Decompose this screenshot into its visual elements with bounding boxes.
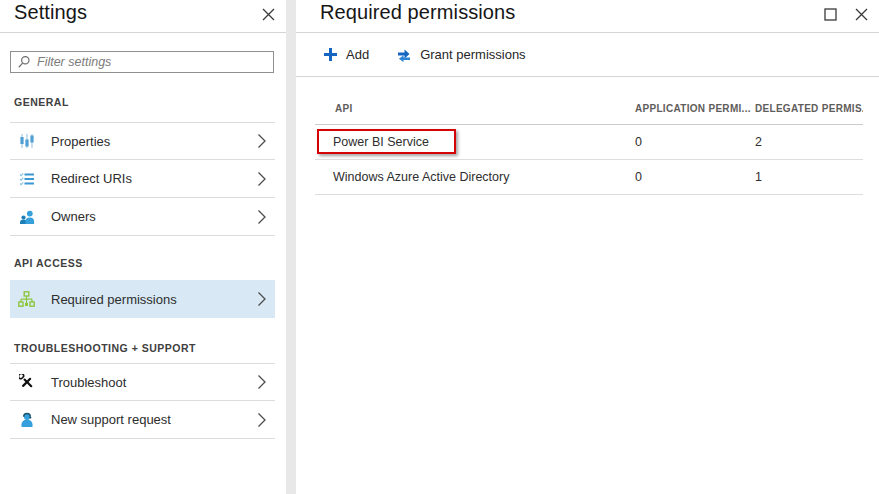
section-general-label: GENERAL [14,96,69,108]
sidebar-item-redirect-uris[interactable]: Redirect URIs [10,160,275,198]
toolbar: Add Grant permissions [296,33,879,77]
sidebar-item-label: Troubleshoot [51,375,126,390]
table-header-row: API APPLICATION PERMI... DELEGATED PERMI… [315,77,863,125]
sitemap-icon [18,291,35,308]
settings-title: Settings [14,1,87,24]
close-icon[interactable] [260,6,276,22]
api-access-item-group: Required permissions [10,280,275,318]
sidebar-item-label: Required permissions [51,292,177,307]
settings-blade-header: Settings [0,0,286,33]
tools-icon [18,374,35,391]
filter-settings-box [10,51,274,73]
sidebar-item-owners[interactable]: Owners [10,198,275,236]
search-icon [17,55,31,69]
required-permissions-blade-header: Required permissions [296,0,879,33]
filter-settings-input[interactable] [37,55,267,69]
permissions-table: API APPLICATION PERMI... DELEGATED PERMI… [315,77,863,195]
chevron-right-icon [257,374,267,390]
api-cell: Power BI Service [315,135,632,149]
api-cell: Windows Azure Active Directory [315,170,632,184]
sliders-icon [18,133,35,150]
delegated-permissions-cell: 2 [752,135,863,149]
application-permissions-cell: 0 [632,170,752,184]
sidebar-item-label: Owners [51,209,96,224]
grant-permissions-icon [396,48,412,62]
column-header-api: API [315,103,632,114]
grant-permissions-button-label: Grant permissions [420,47,525,62]
support-person-icon [18,411,35,428]
section-api-access-label: API ACCESS [14,257,83,269]
required-permissions-blade: Required permissions Add [296,0,879,494]
column-header-delegated-permissions: DELEGATED PERMIS... [752,103,863,114]
settings-blade: Settings GENERAL [0,0,286,494]
sidebar-item-required-permissions[interactable]: Required permissions [10,280,275,318]
section-troubleshooting-label: TROUBLESHOOTING + SUPPORT [14,342,196,354]
people-icon [18,208,35,225]
sidebar-item-label: Redirect URIs [51,171,132,186]
plus-icon [323,47,338,62]
chevron-right-icon [257,171,267,187]
chevron-right-icon [257,412,267,428]
sidebar-item-troubleshoot[interactable]: Troubleshoot [10,363,275,401]
chevron-right-icon [257,291,267,307]
general-item-group: Properties Redirect URIs [10,122,275,236]
table-row-windows-azure-active-directory[interactable]: Windows Azure Active Directory 0 1 [315,160,863,195]
table-row-power-bi-service[interactable]: Power BI Service 0 2 [315,125,863,160]
troubleshooting-item-group: Troubleshoot New support request [10,363,275,439]
sidebar-item-label: Properties [51,134,110,149]
sidebar-item-label: New support request [51,412,171,427]
add-button-label: Add [346,47,369,62]
column-header-application-permissions: APPLICATION PERMI... [632,103,752,114]
chevron-right-icon [257,133,267,149]
application-permissions-cell: 0 [632,135,752,149]
close-icon[interactable] [853,6,869,22]
sidebar-item-properties[interactable]: Properties [10,122,275,160]
blade-divider [286,0,296,494]
grant-permissions-button[interactable]: Grant permissions [396,47,525,62]
required-permissions-title: Required permissions [320,1,515,24]
maximize-icon[interactable] [822,6,838,22]
add-button[interactable]: Add [323,47,369,62]
delegated-permissions-cell: 1 [752,170,863,184]
sidebar-item-new-support-request[interactable]: New support request [10,401,275,439]
chevron-right-icon [257,209,267,225]
list-icon [18,170,35,187]
azure-portal-stage: Settings GENERAL [0,0,879,494]
